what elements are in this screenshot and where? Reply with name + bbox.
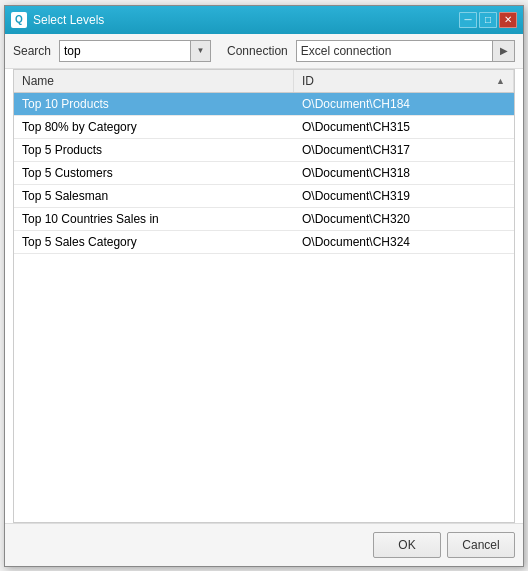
row-id: O\Document\CH318 <box>294 162 514 184</box>
connection-value: Excel connection <box>297 42 492 60</box>
row-id: O\Document\CH319 <box>294 185 514 207</box>
maximize-button[interactable]: □ <box>479 12 497 28</box>
connection-container: Excel connection ▶ <box>296 40 515 62</box>
close-button[interactable]: ✕ <box>499 12 517 28</box>
row-name: Top 80% by Category <box>14 116 294 138</box>
app-logo: Q <box>11 12 27 28</box>
table-row[interactable]: Top 5 ProductsO\Document\CH317 <box>14 139 514 162</box>
table-row[interactable]: Top 5 CustomersO\Document\CH318 <box>14 162 514 185</box>
table-body: Top 10 ProductsO\Document\CH184Top 80% b… <box>14 93 514 522</box>
connection-label: Connection <box>227 44 288 58</box>
window-controls: ─ □ ✕ <box>459 12 517 28</box>
table-row[interactable]: Top 5 SalesmanO\Document\CH319 <box>14 185 514 208</box>
row-name: Top 5 Sales Category <box>14 231 294 253</box>
dialog-title: Select Levels <box>33 13 104 27</box>
table-row[interactable]: Top 5 Sales CategoryO\Document\CH324 <box>14 231 514 254</box>
footer: OK Cancel <box>5 523 523 566</box>
row-id: O\Document\CH320 <box>294 208 514 230</box>
cancel-button[interactable]: Cancel <box>447 532 515 558</box>
table-row[interactable]: Top 10 ProductsO\Document\CH184 <box>14 93 514 116</box>
row-name: Top 10 Products <box>14 93 294 115</box>
select-levels-dialog: Q Select Levels ─ □ ✕ Search ▼ Connectio… <box>4 5 524 567</box>
table-header: Name ID ▲ <box>14 70 514 93</box>
row-name: Top 5 Customers <box>14 162 294 184</box>
table-row[interactable]: Top 80% by CategoryO\Document\CH315 <box>14 116 514 139</box>
table-row[interactable]: Top 10 Countries Sales inO\Document\CH32… <box>14 208 514 231</box>
levels-table: Name ID ▲ Top 10 ProductsO\Document\CH18… <box>13 69 515 523</box>
title-bar: Q Select Levels ─ □ ✕ <box>5 6 523 34</box>
search-dropdown-button[interactable]: ▼ <box>190 41 210 61</box>
row-id: O\Document\CH315 <box>294 116 514 138</box>
connection-browse-button[interactable]: ▶ <box>492 41 514 61</box>
title-bar-left: Q Select Levels <box>11 12 104 28</box>
search-container: ▼ <box>59 40 211 62</box>
row-id: O\Document\CH184 <box>294 93 514 115</box>
toolbar: Search ▼ Connection Excel connection ▶ <box>5 34 523 69</box>
search-input[interactable] <box>60 41 190 61</box>
row-name: Top 10 Countries Sales in <box>14 208 294 230</box>
ok-button[interactable]: OK <box>373 532 441 558</box>
row-id: O\Document\CH317 <box>294 139 514 161</box>
search-label: Search <box>13 44 51 58</box>
row-name: Top 5 Products <box>14 139 294 161</box>
column-header-id: ID ▲ <box>294 70 514 92</box>
column-header-name: Name <box>14 70 294 92</box>
sort-arrow-icon: ▲ <box>496 76 505 86</box>
minimize-button[interactable]: ─ <box>459 12 477 28</box>
row-name: Top 5 Salesman <box>14 185 294 207</box>
row-id: O\Document\CH324 <box>294 231 514 253</box>
